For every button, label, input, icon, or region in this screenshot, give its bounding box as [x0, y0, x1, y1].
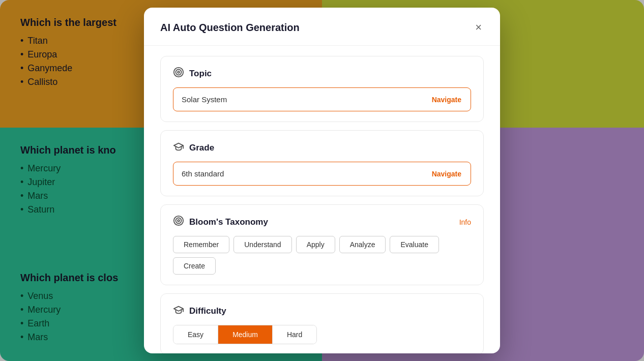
topic-input[interactable]: [173, 88, 423, 111]
grade-section: Grade Navigate: [160, 130, 484, 196]
svg-point-4: [176, 218, 182, 224]
difficulty-label: Difficulty: [189, 306, 471, 316]
modal-body: Topic Navigate Grade: [144, 46, 500, 353]
difficulty-hard-button[interactable]: Hard: [273, 325, 316, 344]
modal-overlay: AI Auto Question Generation × Topic: [0, 0, 644, 361]
svg-point-2: [178, 71, 180, 73]
grade-navigate-button[interactable]: Navigate: [423, 163, 471, 185]
taxonomy-create-button[interactable]: Create: [173, 257, 216, 275]
difficulty-easy-button[interactable]: Easy: [173, 325, 218, 344]
taxonomy-analyze-button[interactable]: Analyze: [339, 236, 386, 253]
taxonomy-understand-button[interactable]: Understand: [233, 236, 291, 253]
taxonomy-buttons-group: Remember Understand Apply Analyze Evalua…: [173, 236, 471, 275]
ai-question-modal: AI Auto Question Generation × Topic: [144, 8, 500, 353]
modal-title: AI Auto Question Generation: [160, 22, 300, 34]
blooms-header: Bloom's Taxonomy Info: [173, 215, 471, 229]
topic-header: Topic: [173, 67, 471, 80]
difficulty-section: Difficulty Easy Medium Hard: [160, 293, 484, 353]
difficulty-medium-button[interactable]: Medium: [218, 325, 273, 344]
graduation-icon: [173, 141, 184, 155]
grade-header: Grade: [173, 141, 471, 155]
difficulty-header: Difficulty: [173, 304, 471, 318]
blooms-icon: [173, 215, 184, 229]
close-button[interactable]: ×: [473, 20, 484, 35]
grade-label: Grade: [189, 143, 471, 153]
taxonomy-apply-button[interactable]: Apply: [296, 236, 335, 253]
svg-point-5: [178, 220, 180, 222]
blooms-label: Bloom's Taxonomy: [189, 217, 454, 227]
taxonomy-evaluate-button[interactable]: Evaluate: [390, 236, 438, 253]
taxonomy-remember-button[interactable]: Remember: [173, 236, 229, 253]
grade-input-container: Navigate: [173, 162, 471, 186]
target-icon: [173, 67, 184, 80]
difficulty-icon: [173, 304, 184, 318]
modal-header: AI Auto Question Generation ×: [144, 8, 500, 46]
difficulty-buttons-group: Easy Medium Hard: [173, 325, 317, 344]
topic-section: Topic Navigate: [160, 56, 484, 122]
grade-input[interactable]: [173, 162, 423, 185]
topic-label: Topic: [189, 69, 471, 79]
blooms-info-button[interactable]: Info: [459, 218, 471, 226]
blooms-section: Bloom's Taxonomy Info Remember Understan…: [160, 204, 484, 285]
topic-navigate-button[interactable]: Navigate: [423, 88, 471, 111]
topic-input-container: Navigate: [173, 87, 471, 111]
svg-point-1: [176, 70, 182, 75]
